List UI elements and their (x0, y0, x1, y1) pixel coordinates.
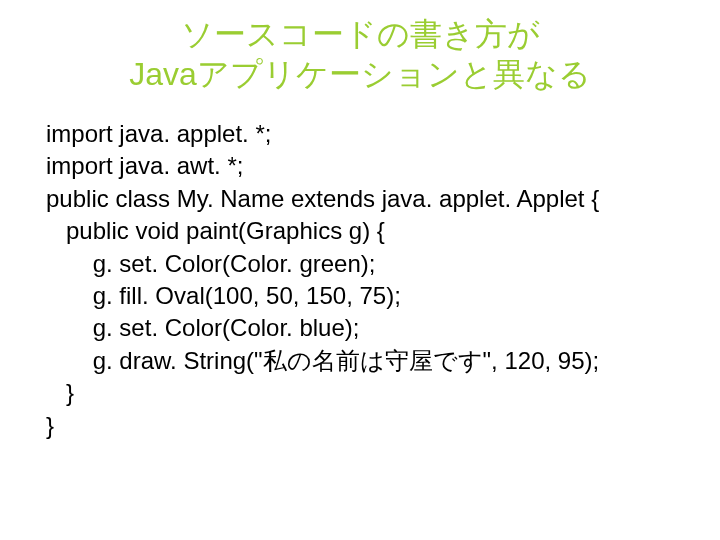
code-line: g. set. Color(Color. green); (46, 250, 375, 277)
code-line: public void paint(Graphics g) { (46, 217, 385, 244)
code-line: import java. awt. *; (46, 152, 243, 179)
code-line: g. draw. String("私の名前は守屋です", 120, 95); (46, 347, 599, 374)
code-line: } (46, 412, 54, 439)
code-block: import java. applet. *; import java. awt… (46, 118, 680, 442)
code-line: import java. applet. *; (46, 120, 271, 147)
code-line: g. set. Color(Color. blue); (46, 314, 359, 341)
code-line: public class My. Name extends java. appl… (46, 185, 599, 212)
title-line-1: ソースコードの書き方が (181, 16, 540, 52)
code-line: g. fill. Oval(100, 50, 150, 75); (46, 282, 401, 309)
title-line-2: Javaアプリケーションと異なる (129, 56, 591, 92)
slide-title: ソースコードの書き方が Javaアプリケーションと異なる (0, 14, 720, 94)
code-line: } (46, 379, 74, 406)
